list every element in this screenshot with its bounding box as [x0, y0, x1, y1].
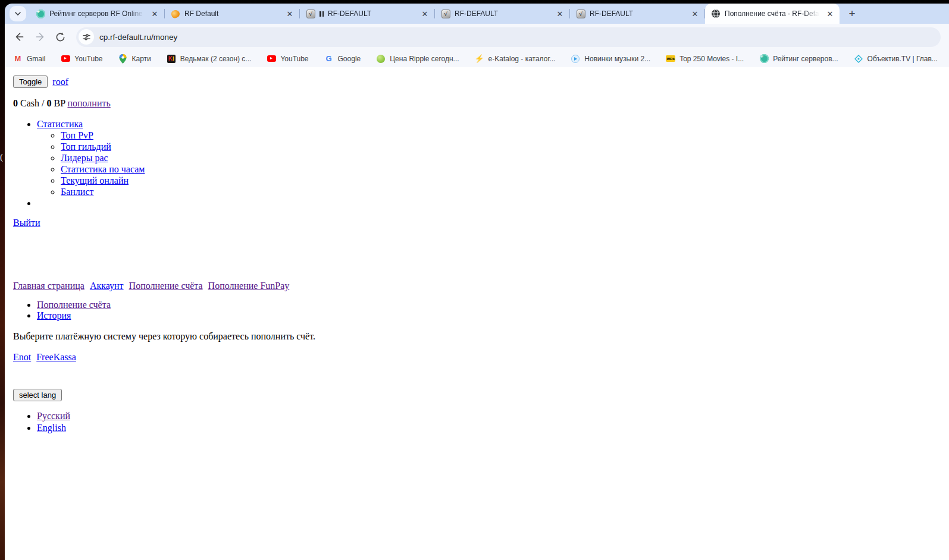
- balance-line: 0 Cash / 0 BP пополнить: [13, 98, 941, 109]
- tab-search-button[interactable]: [10, 6, 26, 21]
- bookmark-youtube[interactable]: YouTube: [61, 54, 102, 64]
- list-item: Русский: [37, 411, 941, 421]
- bookmark-maps[interactable]: Карти: [118, 54, 151, 64]
- rf-logo-icon: √: [576, 9, 585, 18]
- toggle-button[interactable]: Toggle: [13, 75, 48, 88]
- cash-value: 0: [13, 98, 18, 108]
- top-pvp-link[interactable]: Топ PvP: [61, 130, 93, 140]
- rf-logo-icon: √: [441, 9, 450, 18]
- close-icon[interactable]: ✕: [555, 9, 565, 18]
- submenu-item: Статистика по часам: [61, 164, 941, 175]
- tab-strip: Рейтинг серверов RF Online | N ✕ RF Defa…: [5, 4, 949, 24]
- browser-toolbar: cp.rf-default.ru/money: [5, 24, 949, 50]
- tab-rf-default-4[interactable]: √ RF-DEFAULT ✕: [570, 4, 704, 24]
- bp-label: BP: [51, 98, 67, 108]
- tab-active-money[interactable]: Пополнение счёта - RF-Default ✕: [705, 4, 840, 24]
- history-link[interactable]: История: [37, 310, 71, 320]
- submenu-item: Банлист: [61, 187, 941, 197]
- bookmark-label: e-Katalog - каталог...: [488, 55, 556, 63]
- payment-links: Enot FreeKassa: [13, 352, 941, 363]
- bookmark-google[interactable]: G Google: [324, 54, 361, 64]
- logout-link[interactable]: Выйти: [13, 218, 40, 228]
- rating-icon: [759, 54, 769, 64]
- close-icon[interactable]: ✕: [825, 9, 835, 18]
- submenu-item: Текущий онлайн: [61, 175, 941, 186]
- address-bar[interactable]: cp.rf-default.ru/money: [76, 27, 941, 47]
- tab-title: Пополнение счёта - RF-Default: [725, 10, 821, 18]
- bookmark-imdb[interactable]: IMDb Top 250 Movies - I...: [666, 54, 744, 64]
- account-link[interactable]: Аккаунт: [90, 281, 124, 291]
- tab-rating-servers[interactable]: Рейтинг серверов RF Online | N ✕: [30, 4, 164, 24]
- tab-rf-default-3[interactable]: √ RF-DEFAULT ✕: [435, 4, 569, 24]
- list-item: Пополнение счёта: [37, 300, 941, 310]
- close-icon[interactable]: ✕: [150, 9, 159, 18]
- reload-icon: [55, 32, 66, 43]
- rf-logo-icon: √: [306, 9, 315, 18]
- topup-link[interactable]: пополнить: [67, 98, 110, 108]
- forward-button[interactable]: [31, 28, 49, 46]
- topup-menu-link[interactable]: Пополнение счёта: [37, 300, 111, 310]
- bookmark-vedmak[interactable]: Ki Ведьмак (2 сезон) с...: [167, 54, 252, 64]
- race-leaders-link[interactable]: Лидеры рас: [61, 153, 108, 163]
- stats-by-hours-link[interactable]: Статистика по часам: [61, 164, 145, 174]
- bookmark-objektiv[interactable]: Объектив.TV | Глав...: [854, 54, 938, 64]
- reload-button[interactable]: [51, 28, 69, 46]
- choose-payment-text: Выберите платёжную систему через которую…: [13, 331, 941, 342]
- money-menu: Пополнение счёта История: [13, 300, 941, 321]
- bookmark-music[interactable]: Новинки музыки 2...: [571, 54, 650, 64]
- menu-item-empty: [37, 198, 941, 208]
- bookmark-label: Новинки музыки 2...: [584, 55, 650, 63]
- bookmark-label: Рейтинг серверов...: [773, 55, 838, 63]
- lang-english-link[interactable]: English: [37, 423, 66, 433]
- bookmark-label: Ведьмак (2 сезон) с...: [180, 55, 252, 63]
- tab-title: RF-DEFAULT: [455, 10, 551, 18]
- desktop-artifact-glyph: (: [0, 152, 3, 162]
- new-tab-button[interactable]: +: [844, 6, 860, 21]
- main-menu: Статистика Топ PvP Топ гильдий Лидеры ра…: [13, 119, 941, 208]
- bookmark-label: Gmail: [27, 55, 45, 63]
- tune-icon: [83, 33, 90, 41]
- back-button[interactable]: [11, 28, 29, 46]
- tab-audio-pause-icon[interactable]: [320, 11, 324, 17]
- bookmark-rating[interactable]: Рейтинг серверов...: [759, 54, 838, 64]
- url-text[interactable]: cp.rf-default.ru/money: [99, 33, 177, 42]
- site-settings-button[interactable]: [79, 29, 94, 45]
- stats-submenu: Топ PvP Топ гильдий Лидеры рас Статистик…: [37, 130, 941, 197]
- lang-russian-link[interactable]: Русский: [37, 411, 70, 421]
- bookmark-label: Карти: [132, 55, 151, 63]
- menu-item-stats: Статистика Топ PvP Топ гильдий Лидеры ра…: [37, 119, 941, 197]
- browser-window: Рейтинг серверов RF Online | N ✕ RF Defa…: [5, 4, 949, 560]
- bookmark-label: YouTube: [74, 55, 102, 63]
- back-icon: [14, 31, 26, 43]
- objektiv-eye-icon: [854, 54, 863, 64]
- close-icon[interactable]: ✕: [285, 9, 295, 18]
- stats-link[interactable]: Статистика: [37, 119, 83, 129]
- funpay-link[interactable]: Пополнение FunPay: [208, 281, 290, 291]
- freekassa-link[interactable]: FreeKassa: [36, 352, 76, 362]
- youtube-icon: [61, 54, 70, 64]
- tab-rf-default[interactable]: RF Default ✕: [165, 4, 299, 24]
- close-icon[interactable]: ✕: [690, 9, 700, 18]
- submenu-item: Лидеры рас: [61, 153, 941, 163]
- top-guilds-link[interactable]: Топ гильдий: [61, 141, 111, 152]
- close-icon[interactable]: ✕: [420, 9, 430, 18]
- tab-rf-default-2[interactable]: √ RF-DEFAULT ✕: [300, 4, 434, 24]
- spacer: [13, 373, 941, 389]
- bookmark-gmail[interactable]: M Gmail: [13, 54, 45, 64]
- banlist-link[interactable]: Банлист: [61, 187, 94, 197]
- page-topbar: Toggle roof: [13, 75, 941, 88]
- maps-pin-icon: [118, 54, 128, 64]
- enot-link[interactable]: Enot: [13, 352, 31, 362]
- breadcrumb-nav: Главная страница Аккаунт Пополнение счёт…: [13, 281, 941, 291]
- roof-link[interactable]: roof: [52, 77, 68, 87]
- youtube-icon: [267, 54, 276, 64]
- home-link[interactable]: Главная страница: [13, 281, 84, 291]
- bookmark-ekatalog[interactable]: ⚡ e-Katalog - каталог...: [475, 54, 556, 64]
- select-lang-button[interactable]: select lang: [13, 389, 62, 401]
- page-content: Toggle roof 0 Cash / 0 BP пополнить Стат…: [5, 67, 949, 560]
- topup-page-link[interactable]: Пополнение счёта: [129, 281, 203, 291]
- current-online-link[interactable]: Текущий онлайн: [61, 175, 129, 185]
- bookmark-ripple[interactable]: Цена Ripple сегодн...: [376, 54, 459, 64]
- bookmark-youtube-2[interactable]: YouTube: [267, 54, 308, 64]
- bookmark-label: Объектив.TV | Глав...: [867, 55, 938, 63]
